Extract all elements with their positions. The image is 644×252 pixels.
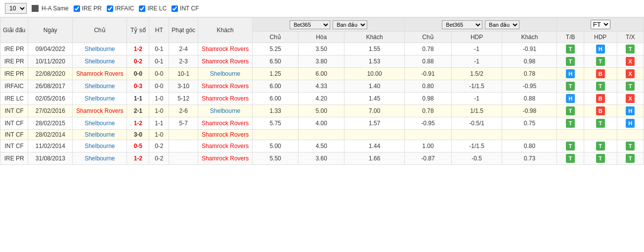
home-team-link[interactable]: Shelbourne — [85, 83, 115, 90]
th-score: Tỷ số — [127, 18, 149, 43]
hdp2-cell: T — [584, 152, 617, 165]
badge-h[interactable]: H — [566, 94, 575, 103]
table-row: IRE PR 31/08/2013 Shelbourne 1-2 0-2 Sha… — [0, 152, 644, 165]
ht-cell: 0-1 — [149, 43, 169, 55]
score-cell: 0-0 — [127, 68, 149, 80]
badge-b[interactable]: B — [596, 94, 605, 103]
chu-odds: 5.50 — [253, 152, 299, 165]
away-team-link[interactable]: Shamrock Rovers — [202, 155, 249, 162]
badge-x[interactable]: X — [626, 57, 635, 66]
away-team-link[interactable]: Shamrock Rovers — [202, 46, 249, 52]
badge-t[interactable]: T — [566, 82, 575, 91]
badge-x[interactable]: X — [626, 94, 635, 103]
away-team-link[interactable]: Shamrock Rovers — [202, 120, 249, 127]
badge-t[interactable]: T — [626, 142, 635, 151]
home-cell: Shelbourne — [73, 130, 127, 140]
badge-t[interactable]: T — [596, 82, 605, 91]
table-row: IRE PR 09/04/2022 Shelbourne 1-2 0-1 2-4… — [0, 43, 644, 55]
league-cell: INT CF — [0, 130, 28, 140]
away-team-link[interactable]: Shamrock Rovers — [202, 95, 249, 102]
int-cf-checkbox[interactable] — [172, 5, 178, 12]
home-team-link[interactable]: Shelbourne — [85, 46, 115, 52]
badge-b[interactable]: B — [596, 69, 605, 78]
away-cell: Shamrock Rovers — [198, 152, 253, 165]
bet365-select-1[interactable]: Bet365William Hill — [290, 20, 330, 29]
badge-t[interactable]: T — [596, 154, 605, 163]
ire-lc-checkbox[interactable] — [139, 5, 145, 12]
tb-cell — [557, 130, 584, 140]
away-cell: Shamrock Rovers — [198, 117, 253, 130]
chu-odds: 5.00 — [253, 140, 299, 152]
home-cell: Shelbourne — [73, 55, 127, 68]
khach2-odds: 0.75 — [502, 117, 557, 130]
away-team-link[interactable]: Shamrock Rovers — [202, 143, 249, 150]
away-team-link[interactable]: Shelbourne — [210, 70, 240, 77]
league-cell: INT CF — [0, 117, 28, 130]
chu2-odds: 0.78 — [405, 105, 452, 117]
tx-cell: X — [617, 68, 644, 80]
badge-t[interactable]: T — [596, 142, 605, 151]
hoa-odds: 4.00 — [299, 117, 344, 130]
table-row: IRE LC 02/05/2016 Shelbourne 1-1 1-0 5-1… — [0, 93, 644, 105]
away-team-link[interactable]: Shelbourne — [210, 107, 240, 114]
league-cell: IRFAIC — [0, 80, 28, 93]
badge-t[interactable]: T — [566, 106, 575, 115]
home-team-link[interactable]: Shelbourne — [85, 120, 115, 127]
score-cell: 1-2 — [127, 152, 149, 165]
chu-odds: 5.75 — [253, 117, 299, 130]
tx-cell: X — [617, 55, 644, 68]
ban-dau-select-1[interactable]: Ban đầuLúc đầu — [333, 20, 367, 29]
badge-h[interactable]: H — [626, 106, 635, 115]
home-team-link[interactable]: Shelbourne — [85, 155, 115, 162]
home-team-link[interactable]: Shelbourne — [85, 143, 115, 150]
away-team-link[interactable]: Shamrock Rovers — [202, 83, 249, 90]
hdp-odds: 1/1.5 — [451, 105, 502, 117]
badge-t[interactable]: T — [626, 82, 635, 91]
badge-t[interactable]: T — [626, 154, 635, 163]
badge-t[interactable]: T — [596, 57, 605, 66]
hoa-odds — [299, 130, 344, 140]
count-select[interactable]: 10 20 30 50 — [5, 3, 27, 14]
int-cf-label: INT CF — [180, 5, 199, 12]
hdp2-cell: T — [584, 80, 617, 93]
chu-odds: 1.25 — [253, 68, 299, 80]
home-team-link[interactable]: Shelbourne — [85, 95, 115, 102]
chu2-odds: 1.00 — [405, 140, 452, 152]
th-tb: T/B — [557, 32, 584, 43]
hdp2-cell — [584, 130, 617, 140]
irfaic-checkbox[interactable] — [107, 5, 113, 12]
badge-t[interactable]: T — [566, 57, 575, 66]
corner-cell: 2-4 — [169, 43, 198, 55]
badge-t[interactable]: T — [566, 45, 575, 53]
badge-t[interactable]: T — [596, 119, 605, 128]
away-team-link[interactable]: Shamrock Rovers — [202, 58, 249, 65]
hoa-odds: 3.50 — [299, 43, 344, 55]
badge-h[interactable]: H — [566, 69, 575, 78]
badge-x[interactable]: X — [626, 69, 635, 78]
khach2-odds: -0.95 — [502, 80, 557, 93]
ht-cell: 0-0 — [149, 68, 169, 80]
badge-t[interactable]: T — [566, 119, 575, 128]
badge-t[interactable]: T — [566, 142, 575, 151]
away-team-link[interactable]: Shamrock Rovers — [202, 131, 249, 138]
badge-h[interactable]: H — [596, 45, 605, 53]
home-team-link[interactable]: Shelbourne — [85, 131, 115, 138]
home-team-link[interactable]: Shamrock Rovers — [76, 107, 123, 114]
home-team-link[interactable]: Shamrock Rovers — [76, 70, 123, 77]
ft-select[interactable]: FTHT — [591, 20, 610, 29]
home-team-link[interactable]: Shelbourne — [85, 58, 115, 65]
badge-b[interactable]: B — [596, 106, 605, 115]
corner-cell: 10-1 — [169, 68, 198, 80]
ban-dau-select-2[interactable]: Ban đầuLúc đầu — [485, 20, 519, 29]
tb-cell: T — [557, 80, 584, 93]
badge-t[interactable]: T — [566, 154, 575, 163]
badge-h[interactable]: H — [626, 119, 635, 128]
date-cell: 26/08/2017 — [28, 80, 73, 93]
hoa-odds: 3.80 — [299, 55, 344, 68]
main-table: Giải đấu Ngày Chủ Tỷ số HT Phạt góc Khác… — [0, 17, 644, 165]
ire-pr-checkbox[interactable] — [74, 5, 80, 12]
badge-t[interactable]: T — [626, 45, 635, 53]
bet365-select-2[interactable]: Bet365William Hill — [442, 20, 482, 29]
home-cell: Shelbourne — [73, 152, 127, 165]
tx-cell: T — [617, 140, 644, 152]
